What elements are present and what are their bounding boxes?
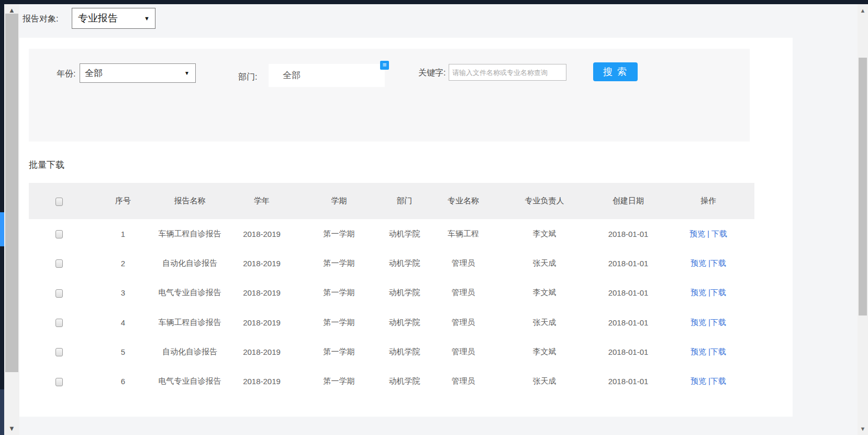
row-checkbox[interactable] bbox=[55, 348, 63, 356]
cell-report-name: 车辆工程自诊报告 bbox=[157, 229, 222, 239]
cell-year: 2018-2019 bbox=[222, 259, 301, 268]
top-window-bar bbox=[0, 0, 868, 4]
cell-report-name: 车辆工程自诊报告 bbox=[157, 318, 222, 328]
scroll-down-icon[interactable]: ▼ bbox=[4, 425, 19, 433]
cell-year: 2018-2019 bbox=[222, 347, 301, 356]
page-scrollbar-thumb[interactable] bbox=[859, 58, 867, 316]
department-value: 全部 bbox=[283, 70, 301, 80]
scroll-up-icon[interactable]: ▲ bbox=[858, 6, 868, 15]
cell-major: 管理员 bbox=[432, 318, 495, 328]
cell-report-name: 自动化自诊报告 bbox=[157, 258, 222, 268]
cell-major: 车辆工程 bbox=[432, 229, 495, 239]
preview-link[interactable]: 预览 bbox=[691, 347, 706, 356]
action-separator: | bbox=[706, 258, 710, 267]
cell-no: 5 bbox=[89, 347, 157, 356]
report-target-select[interactable]: 专业报告 ▼ bbox=[72, 8, 155, 29]
cell-date: 2018-01-01 bbox=[594, 259, 662, 268]
header-name: 报告名称 bbox=[157, 196, 222, 206]
action-separator: | bbox=[706, 318, 710, 327]
cell-year: 2018-2019 bbox=[222, 288, 301, 297]
cell-leader: 张天成 bbox=[495, 258, 594, 268]
cell-actions: 预览 | 下载 bbox=[662, 229, 754, 239]
cell-report-name: 电气专业自诊报告 bbox=[157, 288, 222, 298]
header-dept: 部门 bbox=[377, 196, 432, 206]
menu-icon[interactable]: ≡ bbox=[380, 61, 389, 70]
keyword-input[interactable] bbox=[449, 64, 566, 81]
cell-dept: 动机学院 bbox=[377, 347, 432, 357]
download-link[interactable]: 下载 bbox=[710, 318, 726, 327]
cell-report-name: 自动化自诊报告 bbox=[157, 347, 222, 357]
header-actions: 操作 bbox=[662, 196, 754, 206]
chevron-down-icon: ▼ bbox=[184, 64, 190, 82]
preview-link[interactable]: 预览 bbox=[691, 376, 706, 385]
preview-link[interactable]: 预览 bbox=[689, 229, 705, 238]
header-date: 创建日期 bbox=[594, 196, 662, 206]
cell-date: 2018-01-01 bbox=[594, 377, 662, 386]
page-vertical-scrollbar[interactable]: ▲ ▼ bbox=[858, 4, 868, 435]
cell-term: 第一学期 bbox=[301, 376, 377, 386]
action-separator: | bbox=[706, 288, 710, 297]
cell-year: 2018-2019 bbox=[222, 230, 301, 238]
cell-dept: 动机学院 bbox=[377, 229, 432, 239]
search-button[interactable]: 搜 索 bbox=[593, 62, 638, 81]
inner-scrollbar-thumb[interactable] bbox=[5, 14, 18, 372]
table-body: 1 车辆工程自诊报告 2018-2019 第一学期 动机学院 车辆工程 李文斌 … bbox=[29, 219, 754, 396]
cell-term: 第一学期 bbox=[301, 258, 377, 268]
row-checkbox[interactable] bbox=[55, 378, 63, 386]
inner-vertical-scrollbar[interactable]: ▲ ▼ bbox=[4, 4, 19, 435]
cell-date: 2018-01-01 bbox=[594, 288, 662, 297]
cell-leader: 张天成 bbox=[495, 318, 594, 328]
year-select[interactable]: 全部 ▼ bbox=[80, 63, 196, 83]
filter-panel bbox=[29, 49, 750, 142]
cell-date: 2018-01-01 bbox=[594, 230, 662, 238]
row-checkbox[interactable] bbox=[55, 259, 63, 268]
header-year: 学年 bbox=[222, 196, 301, 206]
table-row: 1 车辆工程自诊报告 2018-2019 第一学期 动机学院 车辆工程 李文斌 … bbox=[29, 219, 754, 248]
action-separator: | bbox=[706, 347, 710, 356]
download-link[interactable]: 下载 bbox=[711, 229, 727, 238]
row-checkbox[interactable] bbox=[55, 319, 63, 327]
cell-no: 4 bbox=[89, 318, 157, 327]
cell-report-name: 电气专业自诊报告 bbox=[157, 376, 222, 386]
download-link[interactable]: 下载 bbox=[710, 258, 726, 267]
header-major: 专业名称 bbox=[432, 196, 495, 206]
chevron-down-icon: ▼ bbox=[144, 8, 150, 28]
download-link[interactable]: 下载 bbox=[710, 347, 726, 356]
cell-date: 2018-01-01 bbox=[594, 347, 662, 356]
batch-download-label: 批量下载 bbox=[29, 159, 64, 171]
table-header-row: 序号 报告名称 学年 学期 部门 专业名称 专业负责人 创建日期 操作 bbox=[29, 183, 754, 219]
cell-year: 2018-2019 bbox=[222, 377, 301, 386]
preview-link[interactable]: 预览 bbox=[691, 258, 706, 267]
cell-actions: 预览 |下载 bbox=[662, 258, 754, 268]
table-row: 5 自动化自诊报告 2018-2019 第一学期 动机学院 管理员 李文斌 20… bbox=[29, 337, 754, 366]
cell-no: 2 bbox=[89, 259, 157, 268]
sidebar-active-indicator bbox=[0, 212, 4, 246]
cell-actions: 预览 |下载 bbox=[662, 376, 754, 386]
preview-link[interactable]: 预览 bbox=[691, 318, 706, 327]
cell-year: 2018-2019 bbox=[222, 318, 301, 327]
cell-term: 第一学期 bbox=[301, 229, 377, 239]
sidebar-edge bbox=[0, 4, 4, 435]
select-all-checkbox[interactable] bbox=[55, 198, 63, 206]
year-label: 年份: bbox=[57, 69, 75, 80]
row-checkbox[interactable] bbox=[55, 289, 63, 298]
cell-actions: 预览 |下载 bbox=[662, 318, 754, 328]
cell-no: 1 bbox=[89, 230, 157, 238]
department-input[interactable]: 全部 bbox=[269, 64, 385, 87]
download-link[interactable]: 下载 bbox=[710, 376, 726, 385]
keyword-label: 关键字: bbox=[418, 68, 446, 79]
cell-term: 第一学期 bbox=[301, 347, 377, 357]
download-link[interactable]: 下载 bbox=[710, 288, 726, 297]
report-target-label: 报告对象: bbox=[23, 14, 58, 25]
row-checkbox[interactable] bbox=[55, 230, 63, 238]
department-label: 部门: bbox=[238, 72, 257, 83]
cell-major: 管理员 bbox=[432, 376, 495, 386]
cell-leader: 李文斌 bbox=[495, 347, 594, 357]
scroll-down-icon[interactable]: ▼ bbox=[858, 425, 868, 433]
cell-actions: 预览 |下载 bbox=[662, 288, 754, 298]
report-table: 序号 报告名称 学年 学期 部门 专业名称 专业负责人 创建日期 操作 1 车辆… bbox=[29, 183, 754, 396]
report-target-value: 专业报告 bbox=[78, 13, 118, 24]
preview-link[interactable]: 预览 bbox=[691, 288, 706, 297]
table-row: 4 车辆工程自诊报告 2018-2019 第一学期 动机学院 管理员 张天成 2… bbox=[29, 308, 754, 337]
table-row: 3 电气专业自诊报告 2018-2019 第一学期 动机学院 管理员 李文斌 2… bbox=[29, 278, 754, 308]
